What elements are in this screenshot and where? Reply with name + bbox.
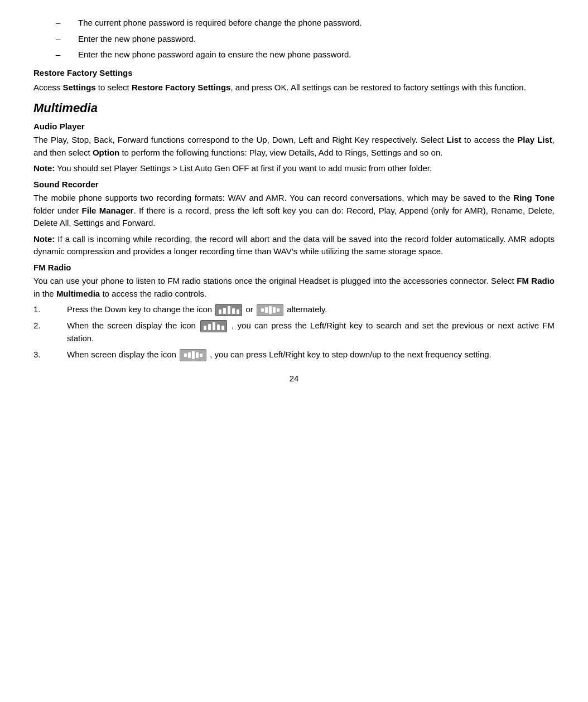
- bar2-4: [217, 325, 220, 330]
- audio-heading: Audio Player: [33, 120, 555, 133]
- restore-heading: Restore Factory Settings: [33, 67, 555, 80]
- audio-option-bold: Option: [93, 148, 119, 157]
- bar2-5: [221, 326, 224, 330]
- bullet-text-2: Enter the new phone password.: [78, 33, 555, 46]
- restore-para: Access Settings to select Restore Factor…: [33, 81, 555, 94]
- sr-filemanager-bold: File Manager: [82, 206, 134, 215]
- audio-note: Note: You should set Player Settings > L…: [33, 162, 555, 175]
- fm-multimedia-bold: Multimedia: [56, 289, 100, 298]
- sr-note-label: Note:: [33, 234, 55, 244]
- fm-para1-start: You can use your phone to listen to FM r…: [33, 276, 517, 285]
- restore-restore-bold: Restore Factory Settings: [132, 83, 231, 92]
- audio-note-text: You should set Player Settings > List Au…: [55, 163, 432, 173]
- fm-item3-start: When screen display the icon: [67, 350, 179, 359]
- bar-a3: [269, 306, 272, 314]
- bar-a2: [265, 307, 268, 313]
- restore-para-start: Access: [33, 83, 63, 92]
- icon-bars-inner-2: [257, 304, 283, 316]
- fm-icon-bars-2: [257, 304, 283, 316]
- bar-b2: [188, 352, 191, 358]
- sound-recorder-para1: The mobile phone supports two recording …: [33, 192, 555, 230]
- icon-bars-inner-1: [216, 304, 242, 316]
- fm-icon-bars-3: [200, 320, 227, 332]
- icon-bars-inner-4: [180, 350, 206, 361]
- sound-recorder-heading: Sound Recorder: [33, 178, 555, 191]
- fm-item2-start: When the screen display the icon: [67, 321, 199, 330]
- multimedia-heading: Multimedia: [33, 99, 555, 117]
- sr-para1-start: The mobile phone supports two recording …: [33, 193, 513, 202]
- bar-b5: [200, 354, 203, 357]
- audio-note-label: Note:: [33, 163, 55, 173]
- fm-item-3: 3. When screen display the icon , you ca…: [33, 348, 555, 361]
- bar-a4: [273, 307, 276, 313]
- bar3: [228, 306, 230, 314]
- bar-a1: [261, 308, 264, 312]
- audio-para1-end: to perform the following functions: Play…: [119, 148, 442, 157]
- bullet-dash-2: –: [56, 33, 78, 46]
- bullet-section: – The current phone password is required…: [33, 17, 555, 61]
- bar-b4: [196, 352, 199, 358]
- fm-item-1: 1. Press the Down key to change the icon…: [33, 303, 555, 316]
- audio-list-bold: List: [446, 135, 461, 144]
- bar-b1: [184, 354, 187, 357]
- bar-b3: [192, 351, 195, 359]
- page-content: – The current phone password is required…: [33, 17, 555, 385]
- sr-note-text: If a call is incoming while recording, t…: [33, 234, 555, 256]
- fm-item-2-text: When the screen display the icon , you c…: [67, 319, 555, 345]
- audio-para1: The Play, Stop, Back, Forward functions …: [33, 134, 555, 159]
- bullet-text-3: Enter the new phone password again to en…: [78, 49, 555, 61]
- bar1: [219, 309, 221, 314]
- fm-item-2-num: 2.: [33, 319, 67, 345]
- sr-para1-mid: folder under: [33, 206, 82, 215]
- sr-ringtone-bold: Ring Tone: [513, 193, 555, 202]
- bullet-dash-3: –: [56, 49, 78, 61]
- fm-item-3-num: 3.: [33, 348, 67, 361]
- fm-radio-list: 1. Press the Down key to change the icon…: [33, 303, 555, 361]
- bullet-item-1: – The current phone password is required…: [56, 17, 555, 30]
- bullet-dash-1: –: [56, 17, 78, 30]
- fm-icon-bars-4: [180, 349, 206, 361]
- bullet-item-3: – Enter the new phone password again to …: [56, 49, 555, 61]
- sound-recorder-note: Note: If a call is incoming while record…: [33, 233, 555, 258]
- fm-radio-heading: FM Radio: [33, 262, 555, 274]
- bar2-3: [213, 322, 215, 330]
- fm-para1-end: to access the radio controls.: [100, 289, 206, 298]
- audio-para1-start: The Play, Stop, Back, Forward functions …: [33, 135, 446, 144]
- icon-bars-inner-3: [201, 321, 226, 332]
- bar4: [232, 308, 235, 314]
- fm-icon-bars-1: [215, 304, 242, 316]
- fm-item-1-text: Press the Down key to change the icon or: [67, 303, 555, 316]
- page-number: 24: [33, 372, 555, 385]
- fm-radio-para1: You can use your phone to listen to FM r…: [33, 275, 555, 300]
- restore-mid: to select: [96, 83, 132, 92]
- audio-playlist-bold: Play List: [517, 135, 552, 144]
- fm-item1-or: or: [246, 304, 256, 314]
- fm-para1-mid: in the: [33, 289, 56, 298]
- bar5: [237, 309, 239, 314]
- bar2-1: [204, 326, 206, 330]
- fm-item-2: 2. When the screen display the icon , yo…: [33, 319, 555, 345]
- fm-fmradio-bold: FM Radio: [517, 276, 555, 285]
- bar2: [223, 308, 226, 314]
- fm-item1-end: alternately.: [287, 304, 327, 314]
- fm-item3-end: , you can press Left/Right key to step d…: [210, 350, 491, 359]
- bar-a5: [277, 308, 279, 312]
- fm-item-1-num: 1.: [33, 303, 67, 316]
- audio-para1-mid: to access the: [461, 135, 517, 144]
- bar2-2: [208, 324, 211, 330]
- restore-settings-bold: Settings: [63, 83, 96, 92]
- bullet-item-2: – Enter the new phone password.: [56, 33, 555, 46]
- restore-end: , and press OK. All settings can be rest…: [230, 83, 526, 92]
- fm-item1-start: Press the Down key to change the icon: [67, 304, 214, 314]
- fm-item-3-text: When screen display the icon , you can p…: [67, 348, 555, 361]
- bullet-text-1: The current phone password is required b…: [78, 17, 555, 30]
